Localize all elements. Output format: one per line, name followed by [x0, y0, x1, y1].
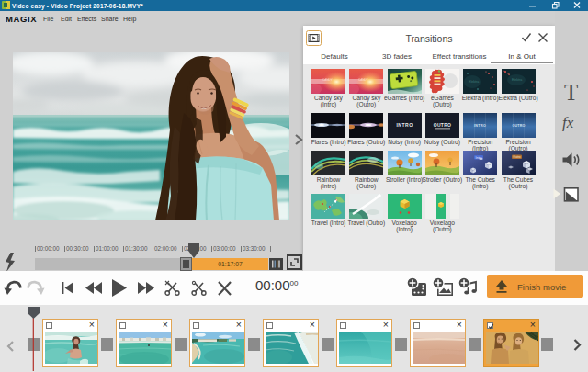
svg-text:CANDY: CANDY: [358, 78, 368, 82]
svg-text:OUTRO: OUTRO: [434, 122, 452, 128]
svg-text:Outro: Outro: [513, 155, 521, 159]
svg-text:CANDY: CANDY: [322, 78, 333, 82]
svg-text:INTRO: INTRO: [396, 122, 413, 128]
svg-text:Elektra: Elektra: [469, 80, 479, 84]
svg-text:INTRO: INTRO: [474, 124, 486, 128]
svg-text:Elektra: Elektra: [512, 78, 522, 82]
svg-text:OUTRO: OUTRO: [512, 124, 525, 128]
